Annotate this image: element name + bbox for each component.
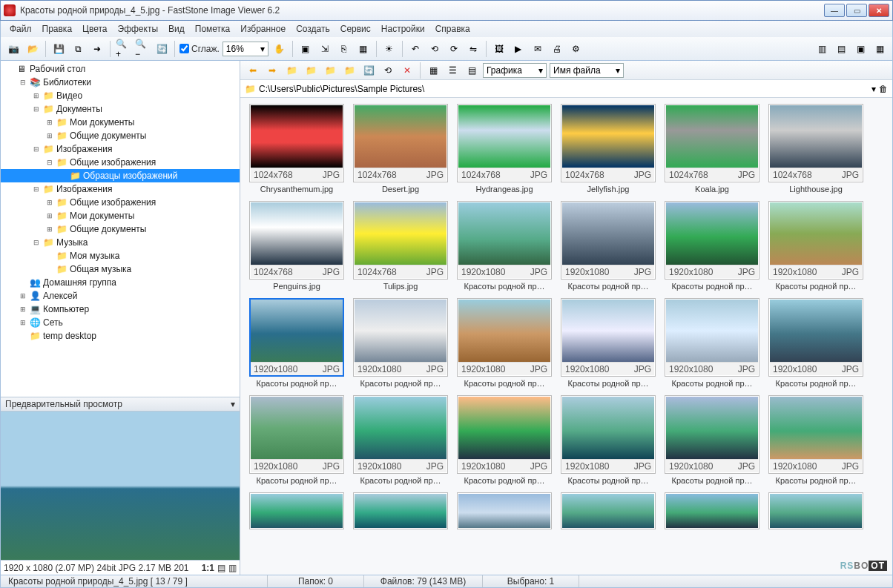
thumbnail[interactable]: 1024x768JPGDesert.jpg <box>353 104 448 196</box>
crop-icon[interactable]: ▣ <box>297 41 314 57</box>
zoom-combo[interactable]: 16%▾ <box>223 42 268 56</box>
refresh-nav-icon[interactable]: 🔄 <box>360 62 377 79</box>
tree-item[interactable]: ⊟📁Изображения <box>1 182 240 196</box>
menu-Сервис[interactable]: Сервис <box>336 22 375 36</box>
thumbnail[interactable]: 1920x1080JPGКрасоты родной пр… <box>353 395 448 488</box>
thumbnail[interactable]: 1920x1080JPGКрасоты родной пр… <box>353 298 448 391</box>
tree-item[interactable]: 📁Общая музыка <box>1 262 240 276</box>
menu-Вид[interactable]: Вид <box>164 22 189 36</box>
chevron-down-icon[interactable]: ▾ <box>231 399 235 409</box>
print-icon[interactable]: 🖨 <box>549 41 565 57</box>
thumbnail[interactable]: 1024x768JPGKoala.jpg <box>665 104 759 196</box>
flip-icon[interactable]: ⇋ <box>465 41 481 57</box>
close-button[interactable]: ✕ <box>869 4 889 17</box>
adjust-icon[interactable]: ☀ <box>381 41 398 57</box>
menu-Настройки[interactable]: Настройки <box>377 22 429 36</box>
tree-item[interactable]: ⊞📁Общие изображения <box>1 196 240 209</box>
camera-icon[interactable]: 📷 <box>5 41 22 57</box>
menu-Пометка[interactable]: Пометка <box>191 22 235 36</box>
thumbnail[interactable]: 1024x768JPGChrysanthemum.jpg <box>249 104 344 196</box>
thumbnail[interactable]: 1920x1080JPGКрасоты родной пр… <box>665 395 759 488</box>
path-input[interactable] <box>259 84 869 94</box>
refresh-icon[interactable]: 🔄 <box>154 41 170 57</box>
thumbnail[interactable]: 1024x768JPGTulips.jpg <box>353 201 448 294</box>
maximize-button[interactable]: ▭ <box>846 4 867 17</box>
menu-Избранное[interactable]: Избранное <box>236 22 290 36</box>
tree-item[interactable]: ⊞📁Общие документы <box>1 222 240 236</box>
back-icon[interactable]: ⬅ <box>245 62 261 79</box>
tree-item[interactable]: ⊞💻Компьютер <box>1 303 240 316</box>
thumbnail[interactable] <box>561 492 656 529</box>
fav-3-icon[interactable]: 📁 <box>341 62 357 79</box>
tree-item[interactable]: 📁temp desktop <box>1 329 240 343</box>
thumbnail[interactable]: 1920x1080JPGКрасоты родной пр… <box>768 298 863 391</box>
thumbnail[interactable]: 1920x1080JPGКрасоты родной пр… <box>768 201 863 294</box>
menu-Файл[interactable]: Файл <box>5 22 36 36</box>
zoom-in-icon[interactable]: 🔍+ <box>115 41 131 57</box>
ratio-icon[interactable]: 1:1 <box>202 563 214 573</box>
thumbnail[interactable]: 1920x1080JPGКрасоты родной пр… <box>457 298 552 391</box>
thumbnail[interactable]: 1024x768JPGLighthouse.jpg <box>768 104 863 196</box>
info-icon[interactable]: ▤ <box>217 563 225 573</box>
delete-icon[interactable]: ✕ <box>399 62 415 79</box>
view-type-combo[interactable]: Графика▾ <box>483 63 547 78</box>
thumbs-view-icon[interactable]: ▦ <box>425 62 441 79</box>
wallpaper-icon[interactable]: 🖼 <box>491 41 507 57</box>
thumbnail[interactable]: 1024x768JPGPenguins.jpg <box>249 201 344 294</box>
detail-view-icon[interactable]: ▤ <box>464 62 480 79</box>
thumbnail[interactable] <box>768 492 863 529</box>
thumbnail[interactable]: 1920x1080JPGКрасоты родной пр… <box>561 298 656 391</box>
tree-item[interactable]: ⊟📁Общие изображения <box>1 156 240 169</box>
tree-item[interactable]: 🖥Рабочий стол <box>1 62 240 76</box>
thumbnail[interactable]: 1024x768JPGJellyfish.jpg <box>561 104 656 196</box>
fav-1-icon[interactable]: 📁 <box>303 62 319 79</box>
list-view-icon[interactable]: ☰ <box>444 62 461 79</box>
menu-Создать[interactable]: Создать <box>291 22 335 36</box>
thumbnail[interactable] <box>457 492 552 529</box>
thumbnail[interactable]: 1920x1080JPGКрасоты родной пр… <box>665 298 759 391</box>
tree-item[interactable]: ⊟📁Музыка <box>1 236 240 249</box>
slideshow-icon[interactable]: ▶ <box>510 41 527 57</box>
open-folder-icon[interactable]: 📂 <box>24 41 41 57</box>
thumbnail[interactable]: 1920x1080JPGКрасоты родной пр… <box>665 201 759 294</box>
tree-item[interactable]: ⊞📁Видео <box>1 89 240 102</box>
thumbnail[interactable]: 1024x768JPGHydrangeas.jpg <box>457 104 552 196</box>
menu-Справка[interactable]: Справка <box>431 22 475 36</box>
tree-item[interactable]: ⊟📁Документы <box>1 102 240 116</box>
smoothing-checkbox[interactable]: Сглаж. <box>179 44 220 54</box>
clone-icon[interactable]: ⎘ <box>336 41 352 57</box>
rotate-left-icon[interactable]: ⟲ <box>426 41 443 57</box>
tree-item[interactable]: ⊟📚Библиотеки <box>1 76 240 89</box>
settings-icon[interactable]: ⚙ <box>568 41 584 57</box>
thumbnail[interactable]: 1920x1080JPGКрасоты родной пр… <box>457 395 552 488</box>
menu-Цвета[interactable]: Цвета <box>78 22 111 36</box>
thumbnail[interactable]: 1920x1080JPGКрасоты родной пр… <box>249 395 344 488</box>
thumbnail[interactable] <box>353 492 448 529</box>
sort-combo[interactable]: Имя файла▾ <box>550 63 624 78</box>
thumbnail[interactable]: 1920x1080JPGКрасоты родной пр… <box>457 201 552 294</box>
tree-item[interactable]: ⊞👤Алексей <box>1 289 240 303</box>
view-3-icon[interactable]: ▣ <box>852 41 869 57</box>
tree-item[interactable]: ⊞📁Мои документы <box>1 209 240 222</box>
view-1-icon[interactable]: ▥ <box>814 41 830 57</box>
up-folder-icon[interactable]: 📁 <box>283 62 300 79</box>
tree-item[interactable]: 📁Образцы изображений <box>1 169 240 182</box>
tree-item[interactable]: ⊞📁Мои документы <box>1 116 240 129</box>
email-icon[interactable]: ✉ <box>530 41 546 57</box>
undo-icon[interactable]: ↶ <box>407 41 424 57</box>
resize-icon[interactable]: ⇲ <box>317 41 333 57</box>
folder-tree[interactable]: 🖥Рабочий стол⊟📚Библиотеки⊞📁Видео⊟📁Докуме… <box>1 61 240 397</box>
trash-icon[interactable]: 🗑 <box>879 84 888 94</box>
view-4-icon[interactable]: ▦ <box>871 41 888 57</box>
path-dropdown-icon[interactable]: ▾ <box>871 84 876 94</box>
histogram-icon[interactable]: ▥ <box>228 563 237 573</box>
canvas-icon[interactable]: ▦ <box>355 41 372 57</box>
menu-Эффекты[interactable]: Эффекты <box>113 22 163 36</box>
hand-icon[interactable]: ✋ <box>271 41 288 57</box>
move-icon[interactable]: ➜ <box>89 41 105 57</box>
tree-item[interactable]: ⊞📁Общие документы <box>1 129 240 142</box>
thumbnail[interactable]: 1920x1080JPGКрасоты родной пр… <box>561 395 656 488</box>
thumbnail[interactable]: 1920x1080JPGКрасоты родной пр… <box>768 395 863 488</box>
thumbnail[interactable] <box>249 492 344 529</box>
view-2-icon[interactable]: ▤ <box>833 41 849 57</box>
